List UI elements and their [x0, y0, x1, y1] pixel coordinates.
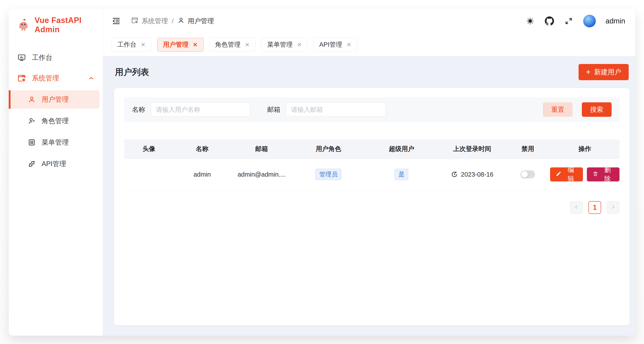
breadcrumb-system[interactable]: 系统管理	[131, 17, 168, 26]
tab-menu-management[interactable]: 菜单管理 ✕	[261, 38, 308, 52]
reset-button[interactable]: 重置	[543, 102, 573, 117]
tab-label: 角色管理	[215, 40, 240, 49]
cell-disabled	[506, 170, 550, 178]
col-header-disabled: 禁用	[506, 145, 550, 153]
delete-button-label: 删除	[601, 167, 614, 181]
user-icon	[178, 17, 184, 26]
close-icon[interactable]: ✕	[245, 42, 250, 48]
col-header-role: 用户角色	[292, 145, 364, 153]
col-header-last-login: 上次登录时间	[439, 145, 506, 153]
chevron-up-icon	[88, 75, 94, 82]
chevron-left-icon	[574, 204, 579, 211]
monitor-icon	[17, 53, 26, 62]
topbar: 系统管理 / 用户管理	[103, 9, 635, 33]
chicken-logo-icon	[17, 18, 30, 32]
right-pane: 系统管理 / 用户管理	[103, 9, 635, 336]
search-button[interactable]: 搜索	[582, 102, 612, 117]
sidebar-item-label: 系统管理	[32, 74, 59, 83]
cell-last-login: 2023-08-16	[439, 171, 506, 178]
sidebar-item-user-management[interactable]: 用户管理	[9, 90, 100, 109]
tab-role-management[interactable]: 角色管理 ✕	[209, 38, 256, 52]
sidebar-item-role-management[interactable]: 角色管理	[9, 112, 100, 130]
sidebar-item-label: 用户管理	[42, 95, 69, 104]
menu-list-icon	[28, 138, 36, 147]
filter-panel: 名称 邮箱 重置 搜索	[124, 97, 620, 122]
col-header-avatar: 头像	[124, 145, 174, 153]
screen: Vue FastAPI Admin 工作台	[0, 0, 644, 344]
col-header-name: 名称	[174, 145, 230, 153]
breadcrumb-users[interactable]: 用户管理	[178, 17, 214, 26]
theme-toggle-icon[interactable]	[525, 16, 535, 26]
topbar-actions: admin	[525, 15, 625, 27]
cell-role: 管理员	[292, 169, 364, 180]
tab-label: 用户管理	[163, 40, 188, 49]
collapse-sidebar-icon[interactable]	[112, 16, 121, 26]
sidebar-item-label: API管理	[42, 159, 66, 168]
name-filter-input[interactable]	[151, 103, 250, 117]
name-filter-label: 名称	[132, 105, 145, 114]
username[interactable]: admin	[606, 17, 625, 25]
new-user-button[interactable]: + 新建用户	[578, 64, 629, 80]
user-icon	[28, 95, 36, 104]
email-filter-label: 邮箱	[267, 105, 280, 114]
sidebar-item-system[interactable]: 系统管理	[9, 70, 103, 87]
edit-button[interactable]: 编辑	[550, 167, 583, 181]
page-header: 用户列表 + 新建用户	[114, 56, 630, 88]
table-row: admin admin@admin.... 管理员 是	[124, 159, 620, 190]
filter-actions: 重置 搜索	[543, 102, 612, 117]
sidebar-item-label: 菜单管理	[42, 138, 69, 147]
pagination: 1	[124, 201, 620, 214]
email-filter-input[interactable]	[286, 103, 386, 117]
clock-icon	[451, 171, 458, 178]
system-gear-icon	[131, 17, 138, 26]
col-header-email: 邮箱	[231, 145, 293, 153]
plug-icon	[28, 160, 36, 168]
role-icon	[28, 117, 36, 125]
tab-label: API管理	[319, 40, 342, 49]
col-header-superuser: 超级用户	[364, 145, 439, 153]
toggle-knob	[521, 171, 528, 178]
pagination-next-button[interactable]	[607, 201, 620, 214]
users-table: 头像 名称 邮箱 用户角色 超级用户 上次登录时间 禁用 操作 admin	[124, 139, 620, 190]
tab-user-management[interactable]: 用户管理 ✕	[157, 38, 204, 52]
sidebar-item-label: 工作台	[32, 53, 52, 62]
user-avatar[interactable]	[583, 15, 596, 27]
cell-email: admin@admin....	[231, 171, 293, 178]
chevron-right-icon	[610, 204, 616, 211]
trash-icon	[592, 171, 598, 178]
app-title: Vue FastAPI Admin	[34, 16, 103, 34]
disabled-toggle[interactable]	[520, 170, 535, 178]
cell-name: admin	[174, 171, 230, 178]
github-icon[interactable]	[544, 16, 554, 26]
role-tag: 管理员	[316, 169, 341, 180]
tab-api-management[interactable]: API管理 ✕	[313, 38, 357, 52]
table-header-row: 头像 名称 邮箱 用户角色 超级用户 上次登录时间 禁用 操作	[124, 139, 620, 159]
sidebar-item-menu-management[interactable]: 菜单管理	[9, 133, 100, 152]
tab-workbench[interactable]: 工作台 ✕	[112, 38, 152, 52]
logo[interactable]: Vue FastAPI Admin	[9, 9, 103, 40]
delete-button[interactable]: 删除	[587, 167, 620, 181]
close-icon[interactable]: ✕	[141, 42, 146, 48]
fullscreen-icon[interactable]	[564, 16, 574, 26]
close-icon[interactable]: ✕	[346, 42, 351, 48]
page-title: 用户列表	[115, 66, 149, 78]
breadcrumb-label: 系统管理	[142, 17, 168, 26]
sidebar: Vue FastAPI Admin 工作台	[9, 9, 103, 336]
pagination-page-1[interactable]: 1	[588, 201, 601, 214]
email-filter-group: 邮箱	[267, 103, 386, 117]
sidebar-item-api-management[interactable]: API管理	[9, 155, 100, 173]
sidebar-item-workbench[interactable]: 工作台	[9, 49, 103, 66]
pencil-icon	[556, 171, 562, 178]
main-content: 用户列表 + 新建用户 名称 邮箱	[103, 56, 635, 336]
edit-button-label: 编辑	[564, 167, 577, 181]
app-window: Vue FastAPI Admin 工作台	[9, 9, 635, 336]
tab-label: 菜单管理	[267, 40, 292, 49]
breadcrumb-separator: /	[172, 17, 174, 25]
tabs-bar: 工作台 ✕ 用户管理 ✕ 角色管理 ✕ 菜单管理 ✕ API管理 ✕	[103, 33, 635, 56]
pagination-prev-button[interactable]	[570, 201, 583, 214]
name-filter-group: 名称	[132, 103, 250, 117]
close-icon[interactable]: ✕	[297, 42, 302, 48]
content-card: 名称 邮箱 重置 搜索	[114, 88, 630, 325]
sidebar-menu: 工作台 系统管理	[9, 49, 103, 176]
close-icon[interactable]: ✕	[193, 42, 198, 48]
